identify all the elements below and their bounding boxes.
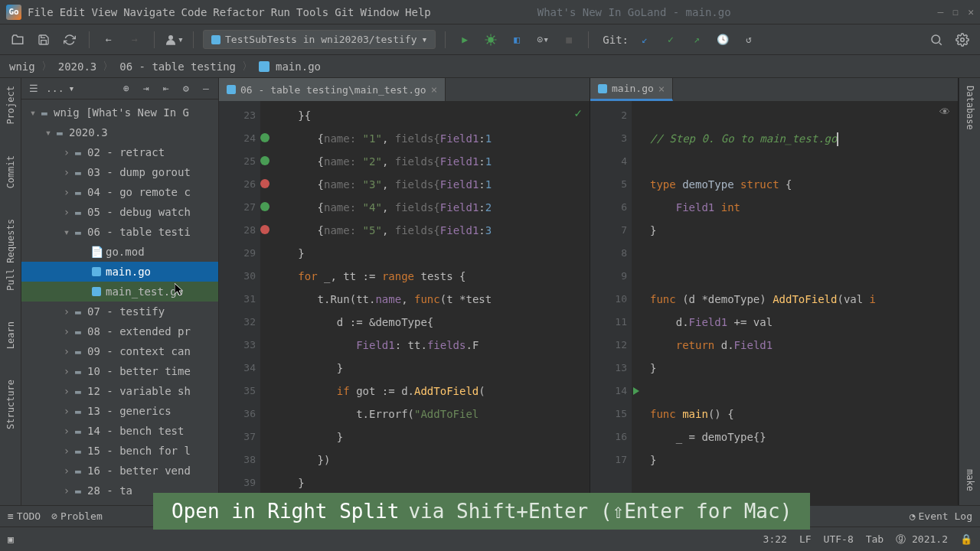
tool-commit[interactable]: Commit (5, 155, 16, 188)
menu-file[interactable]: File (28, 6, 54, 18)
git-history-icon[interactable]: 🕓 (713, 30, 733, 50)
search-icon[interactable] (926, 30, 946, 50)
menu-tools[interactable]: Tools (296, 6, 328, 18)
right-tool-gutter: Database make (959, 78, 980, 507)
menu-navigate[interactable]: Navigate (123, 6, 175, 18)
menu-help[interactable]: Help (405, 6, 431, 18)
tab-main-go[interactable]: main.go × (590, 78, 673, 101)
crumb-root[interactable]: wnig (9, 60, 35, 73)
tree-folder[interactable]: ›▬02 - retract (21, 142, 218, 162)
tree-folder[interactable]: ›▬07 - testify (21, 302, 218, 321)
gear-icon[interactable]: ⚙ (178, 81, 194, 96)
menu-view[interactable]: View (91, 6, 117, 18)
editor-left[interactable]: ✓ 23 24 25 26 27 28 29 30 31 32 33 34 35… (219, 101, 590, 507)
git-rollback-icon[interactable]: ↺ (739, 30, 759, 50)
reader-mode-icon[interactable]: 👁 (939, 106, 950, 118)
status-position[interactable]: 3:22 (763, 533, 787, 545)
tool-window-icon[interactable]: ▣ (8, 533, 14, 545)
tree-folder[interactable]: ›▬13 - generics (21, 401, 218, 421)
back-icon[interactable]: ← (99, 30, 119, 50)
minimize-icon[interactable]: — (937, 6, 943, 18)
project-dropdown[interactable]: ... (46, 83, 64, 94)
project-view-icon[interactable]: ☰ (26, 81, 41, 96)
maximize-icon[interactable]: ☐ (952, 6, 959, 18)
tool-make[interactable]: make (965, 469, 975, 491)
tool-learn[interactable]: Learn (5, 321, 16, 349)
go-file-icon (598, 84, 607, 93)
banner-action: Open in Right Split (172, 500, 399, 523)
close-tab-icon[interactable]: × (658, 83, 665, 95)
banner-hint: via Shift+Enter (⇧Enter for Mac) (408, 500, 792, 523)
save-icon[interactable] (34, 30, 54, 50)
tree-folder[interactable]: ›▬15 - bench for l (21, 441, 218, 461)
project-tree[interactable]: ▾▬wnig [What's New In G ▾▬2020.3 ›▬02 - … (21, 99, 218, 507)
tree-file[interactable]: 📄go.mod (21, 242, 218, 262)
close-tab-icon[interactable]: × (431, 83, 437, 96)
tool-database[interactable]: Database (965, 86, 975, 130)
expand-icon[interactable]: ⇥ (139, 81, 154, 96)
tree-root[interactable]: ▾▬wnig [What's New In G (21, 103, 218, 122)
tree-version[interactable]: ▾▬2020.3 (21, 122, 218, 142)
debug-button[interactable] (481, 30, 501, 50)
code-left[interactable]: }{ {name: "1", fields{Field1:1 {name: "2… (260, 101, 590, 507)
settings-icon[interactable] (952, 30, 972, 50)
status-version: ⓖ 2021.2 (896, 533, 948, 546)
tree-folder[interactable]: ›▬14 - bench test (21, 421, 218, 441)
profile-button[interactable]: ⊙▾ (533, 30, 553, 50)
forward-icon[interactable]: → (125, 30, 145, 50)
editor-right[interactable]: 👁 2 3 4 5 6 7 8 9 10 11 12 13 14 15 16 (590, 101, 958, 507)
tree-folder[interactable]: ›▬12 - variable sh (21, 381, 218, 401)
menu-git[interactable]: Git (335, 6, 354, 18)
avatar-icon[interactable]: ▾ (164, 30, 184, 50)
open-icon[interactable] (8, 30, 28, 50)
tree-folder[interactable]: ›▬10 - better time (21, 361, 218, 381)
event-log-tool[interactable]: ◔ Event Log (910, 510, 972, 522)
menu-window[interactable]: Window (361, 6, 400, 18)
git-commit-icon[interactable]: ✓ (661, 30, 681, 50)
tool-structure[interactable]: Structure (5, 380, 16, 429)
tree-folder[interactable]: ›▬03 - dump gorout (21, 162, 218, 182)
tree-folder[interactable]: ›▬08 - extended pr (21, 321, 218, 341)
tree-folder[interactable]: ›▬05 - debug watch (21, 202, 218, 222)
tab-label: 06 - table testing\main_test.go (240, 84, 426, 96)
tree-file[interactable]: main_test.go (21, 282, 218, 302)
tool-pull-requests[interactable]: Pull Requests (5, 219, 16, 291)
run-gutter-icon[interactable] (633, 387, 639, 395)
status-line-ending[interactable]: LF (799, 533, 812, 545)
status-indent[interactable]: Tab (866, 533, 884, 545)
git-push-icon[interactable]: ↗ (687, 30, 707, 50)
coverage-button[interactable]: ◧ (507, 30, 527, 50)
crumb-file[interactable]: main.go (276, 60, 321, 73)
todo-tool[interactable]: ≡ TODO (8, 510, 41, 522)
code-right[interactable]: // Step 0. Go to main_test.go type demoT… (632, 101, 958, 507)
go-test-icon (211, 35, 220, 44)
status-lock-icon[interactable]: 🔒 (960, 533, 972, 545)
hide-icon[interactable]: — (198, 81, 214, 96)
crumb-folder[interactable]: 06 - table testing (119, 60, 236, 73)
problems-tool[interactable]: ⊘ Problem (51, 510, 103, 522)
tree-folder[interactable]: ›▬04 - go remote c (21, 182, 218, 202)
collapse-icon[interactable]: ⇤ (158, 81, 174, 96)
git-update-icon[interactable]: ↙ (635, 30, 655, 50)
tree-folder[interactable]: ›▬16 - better vend (21, 461, 218, 481)
stop-button[interactable]: ■ (559, 30, 579, 50)
tree-file-selected[interactable]: main.go (21, 262, 218, 282)
tree-folder[interactable]: ›▬09 - context can (21, 341, 218, 361)
run-button[interactable]: ▶ (455, 30, 475, 50)
menu-refactor[interactable]: Refactor (213, 6, 264, 18)
menu-run[interactable]: Run (271, 6, 290, 18)
menubar: Go File Edit View Navigate Code Refactor… (0, 0, 980, 24)
menu-edit[interactable]: Edit (60, 6, 86, 18)
tab-main-test[interactable]: 06 - table testing\main_test.go × (219, 78, 446, 101)
menu-code[interactable]: Code (181, 6, 207, 18)
run-config-dropdown[interactable]: TestSubTests in wni20203/testify ▾ (203, 30, 436, 49)
locate-icon[interactable]: ⊕ (119, 81, 134, 96)
tree-folder-open[interactable]: ▾▬06 - table testi (21, 222, 218, 242)
reload-icon[interactable] (60, 30, 80, 50)
inspection-ok-icon[interactable]: ✓ (574, 106, 582, 120)
crumb-version[interactable]: 2020.3 (58, 60, 97, 73)
tool-project[interactable]: Project (5, 86, 16, 125)
close-icon[interactable]: ✕ (968, 6, 974, 18)
status-encoding[interactable]: UTF-8 (824, 533, 854, 545)
project-panel: ☰ ...▾ ⊕ ⇥ ⇤ ⚙ — ▾▬wnig [What's New In G… (21, 78, 219, 507)
